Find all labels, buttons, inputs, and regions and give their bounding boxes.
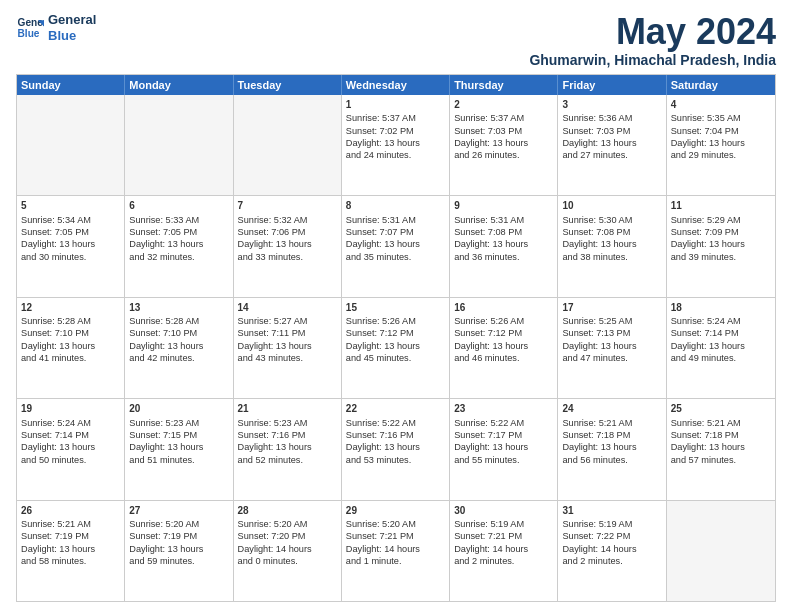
day-info: Sunset: 7:18 PM (562, 429, 661, 441)
day-info: Sunrise: 5:21 AM (21, 518, 120, 530)
day-info: Daylight: 13 hours (562, 441, 661, 453)
day-number: 6 (129, 199, 228, 213)
day-number: 21 (238, 402, 337, 416)
day-info: Daylight: 13 hours (346, 441, 445, 453)
day-info: Daylight: 13 hours (346, 340, 445, 352)
calendar-cell: 29Sunrise: 5:20 AMSunset: 7:21 PMDayligh… (342, 501, 450, 601)
day-info: Daylight: 13 hours (21, 238, 120, 250)
day-info: and 30 minutes. (21, 251, 120, 263)
calendar-cell: 24Sunrise: 5:21 AMSunset: 7:18 PMDayligh… (558, 399, 666, 499)
calendar-cell: 26Sunrise: 5:21 AMSunset: 7:19 PMDayligh… (17, 501, 125, 601)
day-number: 13 (129, 301, 228, 315)
day-info: Daylight: 13 hours (454, 340, 553, 352)
day-number: 27 (129, 504, 228, 518)
day-info: Daylight: 13 hours (454, 137, 553, 149)
calendar-row: 26Sunrise: 5:21 AMSunset: 7:19 PMDayligh… (17, 501, 775, 601)
calendar-cell (667, 501, 775, 601)
day-info: Sunset: 7:14 PM (671, 327, 771, 339)
day-info: Daylight: 13 hours (562, 137, 661, 149)
day-info: Sunrise: 5:33 AM (129, 214, 228, 226)
weekday-header: Friday (558, 75, 666, 95)
day-info: Sunset: 7:12 PM (346, 327, 445, 339)
weekday-header: Thursday (450, 75, 558, 95)
day-info: Daylight: 13 hours (129, 340, 228, 352)
day-info: Sunset: 7:03 PM (454, 125, 553, 137)
calendar-cell: 20Sunrise: 5:23 AMSunset: 7:15 PMDayligh… (125, 399, 233, 499)
day-info: and 38 minutes. (562, 251, 661, 263)
calendar-cell: 5Sunrise: 5:34 AMSunset: 7:05 PMDaylight… (17, 196, 125, 296)
day-info: Sunrise: 5:23 AM (129, 417, 228, 429)
day-info: Sunrise: 5:31 AM (346, 214, 445, 226)
day-info: and 49 minutes. (671, 352, 771, 364)
calendar-cell: 15Sunrise: 5:26 AMSunset: 7:12 PMDayligh… (342, 298, 450, 398)
day-info: Sunset: 7:03 PM (562, 125, 661, 137)
calendar-cell: 10Sunrise: 5:30 AMSunset: 7:08 PMDayligh… (558, 196, 666, 296)
day-info: Daylight: 13 hours (21, 340, 120, 352)
day-number: 19 (21, 402, 120, 416)
day-info: Daylight: 13 hours (238, 238, 337, 250)
day-info: and 35 minutes. (346, 251, 445, 263)
calendar-cell: 7Sunrise: 5:32 AMSunset: 7:06 PMDaylight… (234, 196, 342, 296)
day-info: and 26 minutes. (454, 149, 553, 161)
day-info: Sunset: 7:10 PM (21, 327, 120, 339)
day-info: Daylight: 13 hours (454, 441, 553, 453)
calendar-cell (234, 95, 342, 195)
day-info: and 58 minutes. (21, 555, 120, 567)
day-number: 26 (21, 504, 120, 518)
day-info: Sunset: 7:17 PM (454, 429, 553, 441)
day-info: Sunset: 7:20 PM (238, 530, 337, 542)
day-number: 29 (346, 504, 445, 518)
day-info: Sunset: 7:16 PM (346, 429, 445, 441)
day-info: Sunset: 7:07 PM (346, 226, 445, 238)
day-info: Sunset: 7:04 PM (671, 125, 771, 137)
day-number: 11 (671, 199, 771, 213)
day-info: Sunrise: 5:31 AM (454, 214, 553, 226)
month-title: May 2024 (529, 12, 776, 52)
day-info: and 2 minutes. (454, 555, 553, 567)
logo: General Blue General Blue (16, 12, 96, 43)
day-info: and 29 minutes. (671, 149, 771, 161)
day-number: 7 (238, 199, 337, 213)
calendar-row: 5Sunrise: 5:34 AMSunset: 7:05 PMDaylight… (17, 196, 775, 297)
day-info: Sunrise: 5:30 AM (562, 214, 661, 226)
day-info: Sunrise: 5:24 AM (671, 315, 771, 327)
header: General Blue General Blue May 2024 Ghuma… (16, 12, 776, 68)
calendar: SundayMondayTuesdayWednesdayThursdayFrid… (16, 74, 776, 602)
day-number: 23 (454, 402, 553, 416)
logo-line2: Blue (48, 28, 96, 44)
day-number: 14 (238, 301, 337, 315)
day-number: 22 (346, 402, 445, 416)
day-info: Sunset: 7:18 PM (671, 429, 771, 441)
logo-icon: General Blue (16, 14, 44, 42)
day-info: Sunrise: 5:22 AM (454, 417, 553, 429)
day-info: Daylight: 13 hours (129, 441, 228, 453)
day-info: and 43 minutes. (238, 352, 337, 364)
day-info: Daylight: 13 hours (346, 137, 445, 149)
day-info: Sunset: 7:13 PM (562, 327, 661, 339)
calendar-cell: 27Sunrise: 5:20 AMSunset: 7:19 PMDayligh… (125, 501, 233, 601)
day-info: Sunset: 7:16 PM (238, 429, 337, 441)
calendar-cell: 25Sunrise: 5:21 AMSunset: 7:18 PMDayligh… (667, 399, 775, 499)
day-number: 30 (454, 504, 553, 518)
day-number: 9 (454, 199, 553, 213)
day-info: Daylight: 13 hours (21, 543, 120, 555)
calendar-cell (17, 95, 125, 195)
svg-text:General: General (18, 17, 44, 28)
day-info: Daylight: 14 hours (346, 543, 445, 555)
day-info: Daylight: 13 hours (129, 238, 228, 250)
calendar-cell: 18Sunrise: 5:24 AMSunset: 7:14 PMDayligh… (667, 298, 775, 398)
day-info: Sunset: 7:21 PM (346, 530, 445, 542)
day-info: Sunrise: 5:19 AM (454, 518, 553, 530)
day-number: 18 (671, 301, 771, 315)
day-info: and 39 minutes. (671, 251, 771, 263)
calendar-header: SundayMondayTuesdayWednesdayThursdayFrid… (17, 75, 775, 95)
day-info: Sunset: 7:08 PM (562, 226, 661, 238)
day-info: and 27 minutes. (562, 149, 661, 161)
calendar-cell: 8Sunrise: 5:31 AMSunset: 7:07 PMDaylight… (342, 196, 450, 296)
day-info: Sunset: 7:06 PM (238, 226, 337, 238)
calendar-cell (125, 95, 233, 195)
day-info: and 57 minutes. (671, 454, 771, 466)
day-info: and 41 minutes. (21, 352, 120, 364)
page: General Blue General Blue May 2024 Ghuma… (0, 0, 792, 612)
day-info: Sunrise: 5:26 AM (454, 315, 553, 327)
